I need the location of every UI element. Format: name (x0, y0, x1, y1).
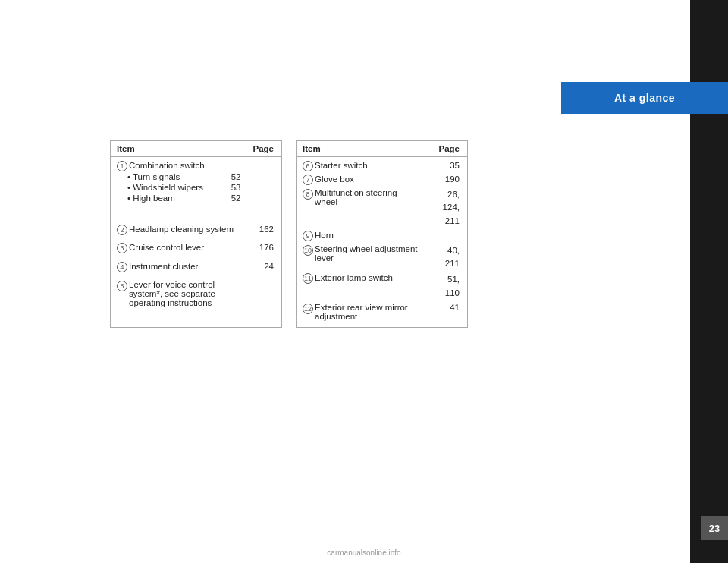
subitem-label: Turn signals (133, 172, 180, 181)
item-cell: 2 Headlamp cleaning system (111, 223, 247, 242)
item-cell: 8 Multifunction steeringwheel (297, 187, 433, 229)
left-table-page-header: Page (247, 141, 282, 157)
item-label-10: Steering wheel adjustmentlever (315, 244, 418, 263)
item-num-6: 6 (303, 161, 313, 171)
tables-container: Item Page 1 Combination switch Turn sign… (110, 140, 468, 328)
item-cell: 9 Horn (297, 229, 433, 243)
table-row: 1 Combination switch Turn signals52 Wind… (111, 157, 282, 223)
page-val-1 (247, 157, 282, 223)
table-row: 11 Exterior lamp switch 51,110 (297, 272, 468, 301)
page-val-12: 41 (433, 301, 468, 328)
page-val-4: 24 (247, 260, 282, 279)
item-label-9: Horn (315, 231, 334, 240)
item-cell: 6 Starter switch (297, 157, 433, 174)
item-cell: 10 Steering wheel adjustmentlever (297, 243, 433, 272)
left-table-item-header: Item (111, 141, 247, 157)
page-val-8: 26,124,211 (433, 187, 468, 229)
item-cell: 11 Exterior lamp switch (297, 272, 433, 301)
section-tab: At a glance (561, 82, 728, 114)
right-table-page-header: Page (433, 141, 468, 157)
page-val-7: 190 (433, 173, 468, 187)
subitem-page: 52 (224, 172, 241, 181)
section-title: At a glance (614, 92, 675, 104)
subitem-label: High beam (133, 193, 175, 203)
table-row: 9 Horn (297, 229, 468, 243)
item-num-9: 9 (303, 231, 313, 241)
table-row: 4 Instrument cluster 24 (111, 260, 282, 279)
page-val-5 (247, 278, 282, 327)
item-label-7: Glove box (315, 175, 354, 184)
page-number-tab: 23 (701, 516, 728, 540)
item-num-3: 3 (117, 243, 127, 253)
subitem-label: Windshield wipers (133, 183, 203, 192)
table-row: 5 Lever for voice controlsystem*, see se… (111, 278, 282, 327)
subitem-high-beam: High beam52 (127, 193, 241, 203)
page-val-6: 35 (433, 157, 468, 174)
item-label-11: Exterior lamp switch (315, 273, 393, 282)
item-label-6: Starter switch (315, 161, 368, 170)
page-val-2: 162 (247, 223, 282, 242)
footer-watermark: carmanualsonline.info (327, 549, 400, 557)
item-cell: 12 Exterior rear view mirroradjustment (297, 301, 433, 328)
page-val-11: 51,110 (433, 272, 468, 301)
subitem-page: 53 (224, 183, 241, 192)
page-number: 23 (709, 523, 720, 534)
item-cell: 4 Instrument cluster (111, 260, 247, 279)
item-num-1: 1 (117, 161, 127, 171)
item-label-3: Cruise control lever (129, 243, 204, 252)
table-row: 10 Steering wheel adjustmentlever 40,211 (297, 243, 468, 272)
table-row: 12 Exterior rear view mirroradjustment 4… (297, 301, 468, 328)
item-cell: 1 Combination switch Turn signals52 Wind… (111, 157, 247, 223)
subitem-turn-signals: Turn signals52 (127, 171, 241, 182)
item-num-12: 12 (303, 304, 313, 314)
page-val-9 (433, 229, 468, 243)
table-row: 2 Headlamp cleaning system 162 (111, 223, 282, 242)
item-label-12: Exterior rear view mirroradjustment (315, 303, 408, 321)
subitem-page: 52 (224, 193, 241, 203)
item-num-2: 2 (117, 225, 127, 235)
item-cell: 7 Glove box (297, 173, 433, 187)
item-label-8: Multifunction steeringwheel (315, 188, 397, 206)
item-label-2: Headlamp cleaning system (129, 225, 234, 234)
table-row: 6 Starter switch 35 (297, 157, 468, 174)
item-cell: 5 Lever for voice controlsystem*, see se… (111, 278, 247, 327)
table-row: 8 Multifunction steeringwheel 26,124,211 (297, 187, 468, 229)
item-num-11: 11 (303, 273, 313, 284)
item-num-10: 10 (303, 245, 313, 256)
item-num-7: 7 (303, 175, 313, 185)
page-val-10: 40,211 (433, 243, 468, 272)
right-table-item-header: Item (297, 141, 433, 157)
left-table: Item Page 1 Combination switch Turn sign… (110, 140, 282, 328)
right-table: Item Page 6 Starter switch 35 7 (296, 140, 468, 328)
table-row: 3 Cruise control lever 176 (111, 241, 282, 260)
item-num-4: 4 (117, 262, 127, 272)
item-num-8: 8 (303, 189, 313, 200)
item-num-5: 5 (117, 281, 127, 291)
sub-items-1: Turn signals52 Windshield wipers53 High … (117, 171, 241, 203)
watermark-text: carmanualsonline.info (327, 549, 400, 557)
item-label-1: Combination switch (129, 161, 205, 170)
item-label-4: Instrument cluster (129, 262, 198, 271)
page-val-3: 176 (247, 241, 282, 260)
subitem-windshield-wipers: Windshield wipers53 (127, 182, 241, 193)
item-label-5: Lever for voice controlsystem*, see sepa… (129, 280, 215, 307)
table-row: 7 Glove box 190 (297, 173, 468, 187)
item-cell: 3 Cruise control lever (111, 241, 247, 260)
